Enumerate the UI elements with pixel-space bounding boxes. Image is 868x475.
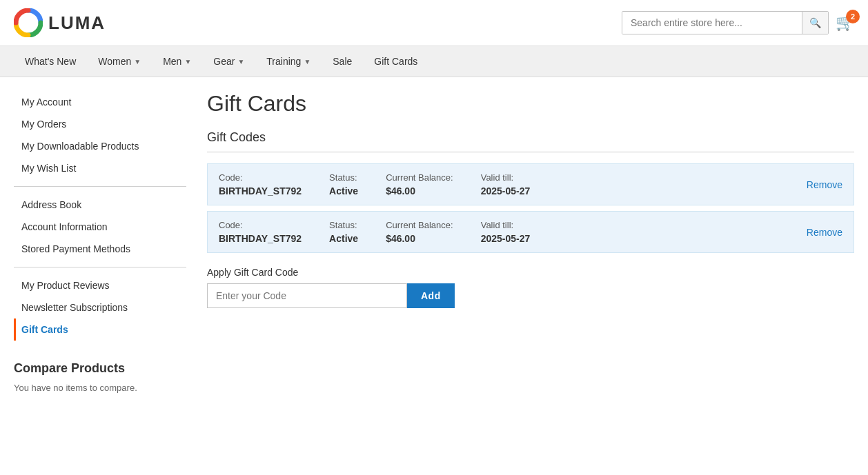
- sidebar-item-newsletter[interactable]: Newsletter Subscriptions: [14, 296, 186, 319]
- status-label: Status:: [329, 172, 358, 183]
- valid-value: 2025-05-27: [481, 185, 531, 196]
- page-title: Gift Cards: [207, 91, 854, 117]
- sidebar: My Account My Orders My Downloadable Pro…: [14, 91, 186, 393]
- nav-item-sale[interactable]: Sale: [322, 46, 363, 77]
- gift-codes-section-title: Gift Codes: [207, 130, 854, 145]
- sidebar-group-3: My Product Reviews Newsletter Subscripti…: [14, 274, 186, 341]
- chevron-down-icon: ▼: [184, 58, 191, 65]
- main-nav: What's New Women ▼ Men ▼ Gear ▼ Training…: [0, 46, 868, 77]
- sidebar-divider: [14, 186, 186, 187]
- apply-label: Apply Gift Card Code: [207, 267, 854, 278]
- sidebar-item-account-info[interactable]: Account Information: [14, 216, 186, 238]
- compare-products-section: Compare Products You have no items to co…: [14, 361, 186, 393]
- balance-value: $46.00: [386, 233, 453, 244]
- status-label: Status:: [329, 220, 358, 230]
- nav-item-women[interactable]: Women ▼: [87, 46, 152, 77]
- sidebar-group-2: Address Book Account Information Stored …: [14, 194, 186, 260]
- section-divider: [207, 152, 854, 152]
- sidebar-item-wish-list[interactable]: My Wish List: [14, 157, 186, 179]
- status-field: Status: Active: [329, 220, 358, 244]
- luma-logo-icon: [14, 8, 43, 37]
- sidebar-item-stored-payment[interactable]: Stored Payment Methods: [14, 238, 186, 260]
- gift-code-input[interactable]: [207, 283, 407, 308]
- nav-label: Gift Cards: [374, 56, 417, 67]
- cart-button[interactable]: 🛒 2: [836, 14, 854, 32]
- balance-value: $46.00: [386, 185, 453, 196]
- code-value: BIRTHDAY_ST792: [219, 233, 302, 244]
- code-label: Code:: [219, 220, 302, 230]
- sidebar-item-gift-cards[interactable]: Gift Cards: [14, 319, 186, 341]
- chevron-down-icon: ▼: [304, 58, 310, 65]
- remove-link[interactable]: Remove: [807, 179, 842, 190]
- nav-item-whats-new[interactable]: What's New: [14, 46, 87, 77]
- nav-item-men[interactable]: Men ▼: [152, 46, 202, 77]
- sidebar-divider-2: [14, 267, 186, 267]
- gift-card-row: Code: BIRTHDAY_ST792 Status: Active Curr…: [207, 163, 854, 205]
- apply-gift-card-section: Apply Gift Card Code Add: [207, 267, 854, 308]
- page-layout: My Account My Orders My Downloadable Pro…: [0, 77, 868, 407]
- main-content: Gift Cards Gift Codes Code: BIRTHDAY_ST7…: [207, 91, 854, 308]
- gift-card-row: Code: BIRTHDAY_ST792 Status: Active Curr…: [207, 211, 854, 253]
- search-bar: 🔍: [622, 11, 829, 34]
- nav-label: Women: [98, 56, 131, 67]
- site-header: LUMA 🔍 🛒 2: [0, 0, 868, 46]
- sidebar-group-1: My Account My Orders My Downloadable Pro…: [14, 91, 186, 179]
- valid-label: Valid till:: [481, 220, 531, 230]
- code-value: BIRTHDAY_ST792: [219, 185, 302, 196]
- compare-products-empty: You have no items to compare.: [14, 383, 186, 393]
- balance-label: Current Balance:: [386, 220, 453, 230]
- nav-item-training[interactable]: Training ▼: [255, 46, 322, 77]
- nav-label: Sale: [333, 56, 352, 67]
- nav-item-gift-cards[interactable]: Gift Cards: [363, 46, 428, 77]
- balance-field: Current Balance: $46.00: [386, 172, 453, 196]
- status-value: Active: [329, 185, 358, 196]
- valid-field: Valid till: 2025-05-27: [481, 172, 531, 196]
- nav-label: Training: [266, 56, 301, 67]
- sidebar-item-my-account[interactable]: My Account: [14, 91, 186, 113]
- valid-value: 2025-05-27: [481, 233, 531, 244]
- logo[interactable]: LUMA: [14, 8, 106, 37]
- sidebar-item-address-book[interactable]: Address Book: [14, 194, 186, 216]
- header-actions: 🔍 🛒 2: [622, 11, 854, 34]
- valid-field: Valid till: 2025-05-27: [481, 220, 531, 244]
- nav-label: What's New: [25, 56, 76, 67]
- sidebar-item-downloadable-products[interactable]: My Downloadable Products: [14, 135, 186, 157]
- add-gift-card-button[interactable]: Add: [407, 283, 455, 308]
- remove-link[interactable]: Remove: [807, 227, 842, 238]
- nav-item-gear[interactable]: Gear ▼: [202, 46, 255, 77]
- code-field: Code: BIRTHDAY_ST792: [219, 172, 302, 196]
- search-button[interactable]: 🔍: [802, 12, 828, 34]
- search-input[interactable]: [622, 12, 802, 34]
- valid-label: Valid till:: [481, 172, 531, 183]
- nav-label: Gear: [213, 56, 235, 67]
- logo-text: LUMA: [48, 12, 106, 34]
- code-label: Code:: [219, 172, 302, 183]
- sidebar-item-product-reviews[interactable]: My Product Reviews: [14, 274, 186, 296]
- sidebar-item-my-orders[interactable]: My Orders: [14, 113, 186, 135]
- cart-badge: 2: [846, 10, 860, 23]
- code-field: Code: BIRTHDAY_ST792: [219, 220, 302, 244]
- chevron-down-icon: ▼: [237, 58, 244, 65]
- chevron-down-icon: ▼: [134, 58, 141, 65]
- status-value: Active: [329, 233, 358, 244]
- nav-label: Men: [163, 56, 181, 67]
- apply-row: Add: [207, 283, 854, 308]
- balance-label: Current Balance:: [386, 172, 453, 183]
- compare-products-title: Compare Products: [14, 361, 186, 376]
- balance-field: Current Balance: $46.00: [386, 220, 453, 244]
- status-field: Status: Active: [329, 172, 358, 196]
